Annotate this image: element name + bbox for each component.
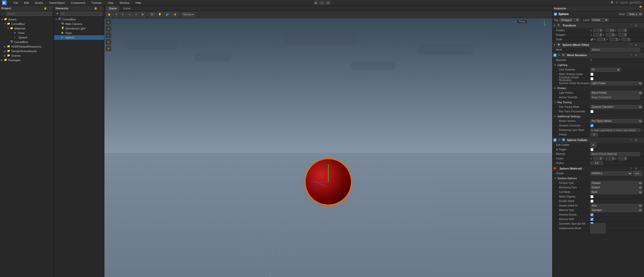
mesh-renderer-settings-icon[interactable]: ⚙: [634, 53, 638, 57]
mesh-renderer-enable-checkbox[interactable]: [553, 54, 556, 57]
project-lock-icon[interactable]: 🔒: [43, 6, 47, 10]
collider-center-z-input[interactable]: [618, 157, 627, 160]
receive-gi-dropdown[interactable]: Light Probes: [590, 81, 642, 85]
motion-vectors-dropdown[interactable]: Per Object Motion: [590, 119, 642, 123]
transform-menu-icon[interactable]: ⋮: [639, 23, 643, 27]
scene-effects-toggle[interactable]: ✨: [172, 12, 178, 17]
transform-header[interactable]: ▼ ⊞ Transform ? ⚙ ⋮: [552, 23, 644, 28]
scene-transform-tool[interactable]: ⊞: [140, 12, 145, 17]
project-item-cornellbox-scene[interactable]: 🎬 CornellBox: [0, 40, 54, 44]
mesh-renderer-menu-icon[interactable]: ⋮: [639, 53, 643, 57]
priority-input[interactable]: [590, 133, 598, 136]
sphere-collider-header[interactable]: ▼ ⬤ Sphere Collider ? ⚙ ⋮: [552, 137, 644, 143]
hierarchy-menu-icon[interactable]: ⋮: [99, 6, 103, 10]
anchor-override-input[interactable]: [590, 95, 640, 99]
pause-button[interactable]: ⏸: [319, 1, 325, 5]
sphere-collider-help-icon[interactable]: ?: [629, 138, 633, 142]
collider-center-y-input[interactable]: [606, 157, 615, 160]
mesh-filter-menu-icon[interactable]: ⋮: [639, 43, 643, 47]
hierarchy-item-light[interactable]: 💡 Directional Light: [54, 26, 104, 31]
sphere-object[interactable]: [306, 159, 351, 204]
mesh-filter-settings-icon[interactable]: ⚙: [634, 43, 638, 47]
scene-rect-tool[interactable]: ▭: [133, 12, 139, 17]
project-search-input[interactable]: [6, 12, 52, 16]
contribute-gi-checkbox[interactable]: [590, 77, 593, 80]
light-probes-dropdown[interactable]: Blend Probes: [590, 91, 642, 95]
rotation-z-input[interactable]: [618, 33, 627, 37]
play-button[interactable]: ▶: [313, 1, 318, 5]
object-name-input[interactable]: [558, 12, 617, 16]
scene-tool-scale[interactable]: ⤢: [105, 32, 111, 38]
scene-audio-toggle[interactable]: 🔊: [164, 12, 171, 17]
menu-help[interactable]: Help: [135, 1, 142, 5]
project-add-btn[interactable]: +: [1, 12, 5, 16]
sphere-collider-settings-icon[interactable]: ⚙: [634, 138, 638, 142]
scene-tool-free[interactable]: ⊞: [105, 45, 111, 51]
shader-dropdown[interactable]: HDRP/Lit: [590, 171, 632, 176]
double-sided-checkbox[interactable]: [590, 200, 593, 203]
anchor-override-select-icon[interactable]: ○: [641, 96, 642, 99]
menu-assets[interactable]: Assets: [34, 1, 44, 5]
hierarchy-item-cornellbox[interactable]: ▼ 🎬 CornellBox ⋮: [54, 17, 104, 22]
scale-z-input[interactable]: [622, 38, 630, 41]
menu-gameobject[interactable]: GameObject: [48, 1, 66, 5]
mesh-filter-header[interactable]: ▼ ▣ Sphere (Mesh Filter) ? ⚙ ⋮: [552, 42, 644, 48]
rotation-y-input[interactable]: [606, 33, 615, 37]
hierarchy-item-camera[interactable]: 📷 Main Camera: [54, 22, 104, 26]
material-settings-icon[interactable]: ⚙: [634, 166, 638, 170]
tag-select[interactable]: Untagged: [559, 18, 580, 22]
dynamic-occlusion-checkbox[interactable]: [590, 124, 593, 127]
static-shadow-checkbox[interactable]: [590, 73, 593, 76]
menu-window[interactable]: Window: [118, 1, 130, 5]
material-help-icon[interactable]: ?: [629, 166, 633, 170]
scene-hand-tool[interactable]: ✋: [106, 12, 112, 17]
mesh-ref-select-icon[interactable]: ○: [641, 48, 642, 51]
transform-help-icon[interactable]: ?: [629, 23, 633, 27]
scale-y-input[interactable]: [609, 38, 618, 41]
hierarchy-item-sphere[interactable]: ● Sphere: [54, 35, 104, 40]
hierarchy-lock-icon[interactable]: 🔒: [94, 6, 98, 10]
ray-trace-proc-checkbox[interactable]: [590, 110, 593, 113]
surface-type-dropdown[interactable]: Opaque: [590, 181, 642, 185]
receive-ssr-checkbox[interactable]: [590, 218, 593, 221]
project-item-floor-mat[interactable]: ● Floor: [0, 31, 54, 35]
project-item-scenes[interactable]: ▶ 📁 Scenes: [0, 53, 54, 58]
static-dropdown[interactable]: Static ▾: [627, 12, 642, 16]
scene-lighting-toggle[interactable]: 💡: [156, 12, 163, 17]
transform-settings-icon[interactable]: ⚙: [634, 23, 638, 27]
scene-tool-move[interactable]: ⊕: [105, 19, 111, 25]
tab-game[interactable]: Game: [120, 6, 134, 11]
mesh-renderer-help-icon[interactable]: ?: [629, 53, 633, 57]
sphere-collider-enable-checkbox[interactable]: [553, 138, 556, 142]
alpha-clipping-checkbox[interactable]: [590, 195, 593, 198]
collider-material-select-icon[interactable]: ○: [641, 153, 642, 155]
rendering-layer-expand-icon[interactable]: ▾: [641, 129, 642, 131]
project-item-sphere-mat[interactable]: ● Sphere: [0, 35, 54, 40]
scene-rotate-tool[interactable]: ↻: [120, 12, 126, 17]
double-sided-gi-dropdown[interactable]: Auto: [590, 204, 642, 208]
collider-material-input[interactable]: [590, 152, 640, 156]
is-trigger-checkbox[interactable]: [590, 148, 593, 151]
mesh-filter-help-icon[interactable]: ?: [629, 43, 633, 47]
project-menu-icon[interactable]: ⋮: [48, 6, 52, 10]
scene-tool-rotate[interactable]: ↺: [105, 26, 111, 32]
cull-mode-dropdown[interactable]: Back: [590, 190, 642, 194]
project-item-cornellbox[interactable]: ▼ 📁 CornellBox: [0, 22, 54, 26]
scene-gizmos-btn[interactable]: Gizmos ▾: [181, 12, 195, 17]
scene-scale-tool[interactable]: ⤡: [127, 12, 132, 17]
ray-tracing-mode-dropdown[interactable]: Dynamic Transform: [590, 105, 642, 109]
menu-file[interactable]: File: [13, 1, 19, 5]
sphere-collider-menu-icon[interactable]: ⋮: [639, 138, 643, 142]
rendering-pass-dropdown[interactable]: Default: [590, 186, 642, 190]
rotation-x-input[interactable]: [593, 33, 602, 37]
step-button[interactable]: ⏭: [326, 1, 331, 5]
scene-2d-toggle[interactable]: 2D: [149, 12, 155, 17]
tab-scene[interactable]: Scene: [106, 6, 120, 11]
menu-tutorials[interactable]: Tutorials: [90, 1, 103, 5]
scene-view[interactable]: ⊕ ↺ ⤢ ⊡ ⊞ Persp X Y Z: [104, 18, 552, 277]
hierarchy-item-floor[interactable]: ▣ Floor: [54, 31, 104, 35]
scene-move-tool[interactable]: ✛: [113, 12, 119, 17]
receive-decals-checkbox[interactable]: [590, 213, 593, 216]
project-item-materials[interactable]: ▼ 📁 Materials: [0, 26, 54, 31]
menu-component[interactable]: Component: [70, 1, 86, 5]
